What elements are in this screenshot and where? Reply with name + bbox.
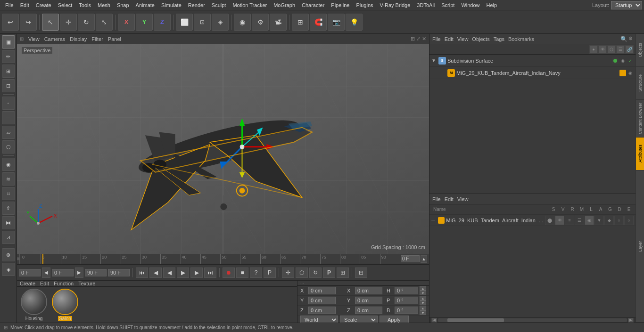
render-button[interactable]: ◉ [234,14,251,31]
motion-path-button[interactable]: P [323,267,335,278]
attr-scrollbar-right[interactable]: ▶ [628,318,634,323]
menu-simulate[interactable]: Simulate [158,1,185,9]
polygon-mode[interactable]: ▱ [2,126,15,139]
render-settings-button[interactable]: ⚙ [252,14,269,31]
menu-window[interactable]: Window [458,1,483,9]
mat-texture-menu[interactable]: Texture [78,281,95,286]
obj-filter-icon[interactable]: ⚙ [628,36,633,42]
x-val2-input[interactable] [355,287,382,294]
smooth-tool[interactable]: ≋ [2,172,15,186]
sculpt-tool[interactable]: ⧓ [2,216,15,229]
end-frame-input[interactable] [401,255,420,262]
step-back-button[interactable]: ◀ [149,267,162,278]
object-mode[interactable]: ⬡ [2,140,15,154]
start-frame-field[interactable] [19,269,41,276]
viewport-fullscreen-icon[interactable]: ⤢ [416,36,421,42]
apply-button[interactable]: Apply [380,316,409,323]
menu-pipeline[interactable]: Pipeline [328,1,353,9]
max-frame-field[interactable] [108,269,130,276]
z-position-input[interactable] [308,307,336,314]
attr-row-aircraft[interactable]: ─ MiG_29_KUB_Tandem_Aircraft_Indian_Navy… [429,215,636,226]
point-mode[interactable]: ◦ [2,97,15,110]
morph-tool[interactable]: ◈ [2,263,15,276]
end-frame-field[interactable] [85,269,107,276]
y-axis-button[interactable]: Y [136,14,153,31]
knife-tool[interactable]: ⌗ [2,187,15,200]
play-forward-button[interactable]: ▶ [177,267,189,278]
y-position-input[interactable] [308,297,336,304]
frame-jump-button[interactable]: ▲ [421,255,427,263]
move-frame-button[interactable]: ✛ [282,267,294,278]
goto-start-button[interactable]: ⏮ [136,267,148,278]
z-b-stepper[interactable]: ▲ ▼ [420,306,426,315]
menu-select[interactable]: Select [55,1,76,9]
y-val2-input[interactable] [355,297,382,304]
y-p-stepper[interactable]: ▲ ▼ [420,296,426,305]
menu-motion-tracker[interactable]: Motion Tracker [229,1,270,9]
attr-h-scrollbar[interactable] [438,318,627,322]
texture-button[interactable]: ◈ [212,14,229,31]
menu-sculpt[interactable]: Sculpt [208,1,230,9]
z-b-input[interactable] [395,307,418,314]
edge-mode[interactable]: ─ [2,111,15,124]
layout-select[interactable]: Startup [611,1,642,9]
viewport-filter-menu[interactable]: Filter [91,36,103,42]
paint-tool[interactable]: ✏ [2,50,15,63]
hair-tool[interactable]: ⊿ [2,231,15,244]
goto-end-button[interactable]: ⏭ [204,267,216,278]
frame-step-up[interactable]: ▶ [75,267,83,278]
grid-button[interactable]: ⊞ [292,14,309,31]
z-val2-input[interactable] [355,307,382,314]
vtab-structure[interactable]: Structure [636,67,644,100]
undo-button[interactable]: ↩ [2,14,19,31]
attr-view-menu[interactable]: View [457,196,469,202]
keyframe-button[interactable]: ⬡ [296,267,308,278]
uv-tool[interactable]: ⊡ [2,79,15,92]
obj-tags-menu[interactable]: Tags [494,36,504,42]
menu-help[interactable]: Help [483,1,501,9]
obj-objects-menu[interactable]: Objects [472,36,489,42]
menu-mograph[interactable]: MoGraph [270,1,298,9]
vtab-objects[interactable]: Objects [636,34,644,67]
record-button[interactable]: ⏺ [223,267,235,278]
tree-item-aircraft[interactable]: ▶ M MiG_29_KUB_Tandem_Aircraft_Indian_Na… [429,67,636,79]
obj-search-icon[interactable]: 🔍 [620,36,627,42]
expand-arrow-subdivision[interactable]: ▼ [431,58,437,63]
x-position-input[interactable] [308,287,336,294]
timeline-mode-button[interactable]: ⊟ [355,267,367,278]
extrude-tool[interactable]: ⇧ [2,202,15,215]
snap-button[interactable]: 🧲 [310,14,327,31]
camera-button[interactable]: 📷 [328,14,345,31]
brush-tool[interactable]: ◉ [2,158,15,171]
viewport-panel-menu[interactable]: Panel [108,36,121,42]
menu-render[interactable]: Render [185,1,208,9]
viewport-view-menu[interactable]: View [28,36,40,42]
texture-tool[interactable]: ⊞ [2,65,15,78]
scale-select[interactable]: Scale [340,316,378,323]
attr-file-menu[interactable]: File [432,196,441,202]
vtab-layer[interactable]: Layer [636,170,644,323]
viewport[interactable]: X Y Z Perspective Grid Spacing : 1000 cm [17,44,429,254]
menu-snap[interactable]: Snap [114,1,132,9]
viewport-close-icon[interactable]: ✕ [422,36,426,42]
step-forward-button[interactable]: ▶ [190,267,203,278]
auto-key-button[interactable]: ↻ [309,267,322,278]
rotate-tool-button[interactable]: ↻ [78,14,95,31]
mat-edit-menu[interactable]: Edit [40,281,49,286]
menu-vray[interactable]: V-Ray Bridge [377,1,414,9]
model-tool[interactable]: ▣ [2,35,15,49]
vtab-attributes[interactable]: Attributes [636,138,644,170]
attr-scrollbar-left[interactable]: ◀ [431,318,437,323]
light-button[interactable]: 💡 [346,14,363,31]
solid-view-button[interactable]: ⬜ [176,14,193,31]
obj-view-menu[interactable]: View [457,36,469,42]
grid-view-button[interactable]: ⊞ [337,267,349,278]
render-queue-button[interactable]: 📽 [270,14,287,31]
weight-tool[interactable]: ⊛ [2,248,15,261]
menu-script[interactable]: Script [438,1,458,9]
material-thumbnail-housing[interactable] [21,289,47,315]
material-thumbnail-salon[interactable] [52,289,78,315]
menu-mesh[interactable]: Mesh [94,1,114,9]
x-h-input[interactable] [395,287,418,294]
viewport-cameras-menu[interactable]: Cameras [44,36,66,42]
